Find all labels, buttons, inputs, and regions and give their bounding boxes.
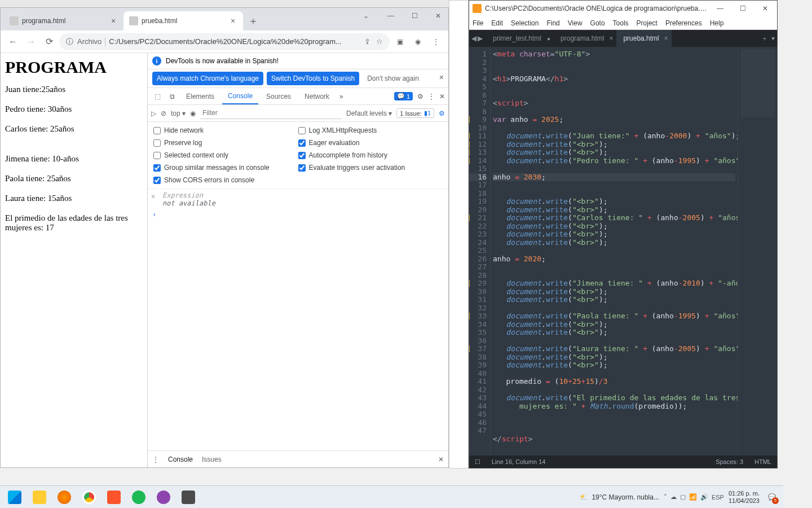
chk-preserve-log[interactable]: Preserve log — [153, 139, 298, 147]
close-icon[interactable]: ✕ — [439, 93, 445, 100]
brave-icon[interactable] — [103, 488, 125, 506]
menu-preferences[interactable]: Preferences — [665, 19, 702, 27]
close-icon[interactable]: × — [439, 73, 444, 82]
close-icon[interactable]: × — [664, 34, 668, 42]
console-prompt[interactable]: › — [152, 211, 444, 218]
minimize-button[interactable]: — — [383, 10, 399, 21]
forward-button[interactable]: → — [23, 34, 39, 50]
chrome-icon[interactable] — [78, 488, 100, 506]
dont-show-button[interactable]: Don't show again — [363, 72, 423, 85]
tab-sources[interactable]: Sources — [261, 88, 297, 104]
share-icon[interactable]: ⇪ — [363, 37, 372, 46]
status-lang[interactable]: HTML — [754, 458, 771, 465]
chk-log-xhr[interactable]: Log XMLHttpRequests — [298, 126, 443, 134]
tray-chevron-icon[interactable]: ˄ — [664, 493, 667, 501]
menu-project[interactable]: Project — [637, 19, 657, 27]
close-icon[interactable]: × — [109, 16, 118, 25]
status-spaces[interactable]: Spaces: 3 — [716, 458, 743, 465]
close-icon[interactable]: × — [151, 192, 155, 200]
close-icon[interactable]: × — [228, 16, 237, 25]
address-bar[interactable]: ⓘ Archivo C:/Users/PC2/Documents/Oracle%… — [59, 33, 390, 50]
levels-selector[interactable]: Default levels ▾ — [346, 110, 392, 117]
chk-cors-errors[interactable]: Show CORS errors in console — [153, 176, 298, 184]
chevron-down-icon[interactable]: ⌄ — [358, 10, 374, 21]
weather-widget[interactable]: ⛅ 19°C Mayorm. nubla... — [580, 493, 659, 501]
switch-lang-button[interactable]: Switch DevTools to Spanish — [267, 72, 359, 85]
inspect-icon[interactable]: ⬚ — [151, 93, 164, 100]
chk-eager-eval[interactable]: Eager evaluation — [298, 139, 443, 147]
chk-hide-network[interactable]: Hide network — [153, 126, 298, 134]
filter-input[interactable] — [200, 108, 342, 119]
back-button[interactable]: ← — [5, 34, 21, 50]
sublime-icon[interactable] — [177, 488, 200, 506]
eye-icon[interactable]: ◉ — [190, 110, 196, 117]
settings-icon[interactable]: ⚙ — [417, 93, 423, 100]
close-icon[interactable]: × — [609, 34, 613, 42]
drawer-tab-issues[interactable]: Issues — [202, 456, 222, 463]
profile-icon[interactable]: ◉ — [410, 34, 426, 50]
code-area[interactable]: <meta charset="UTF-8"> <h1>PROGRAMA</h1>… — [491, 47, 738, 456]
menu-find[interactable]: Find — [546, 19, 559, 27]
device-icon[interactable]: ⧉ — [166, 93, 178, 100]
add-tab-icon[interactable]: ＋ — [761, 34, 768, 43]
firefox-icon[interactable] — [53, 488, 76, 506]
reload-button[interactable]: ⟳ — [41, 34, 57, 50]
tab-programa[interactable]: programa.html × — [4, 11, 123, 30]
chk-eval-trigger[interactable]: Evaluate triggers user activation — [298, 164, 443, 172]
always-match-button[interactable]: Always match Chrome's language — [152, 72, 263, 85]
new-tab-button[interactable]: ＋ — [245, 13, 261, 29]
clock[interactable]: 01:26 p. m. 11/04/2023 — [729, 490, 760, 505]
star-icon[interactable]: ☆ — [375, 37, 384, 46]
close-button[interactable]: ✕ — [757, 5, 774, 12]
menu-edit[interactable]: Edit — [491, 19, 503, 27]
maximize-button[interactable]: ☐ — [734, 5, 751, 12]
tab-elements[interactable]: Elements — [180, 88, 220, 104]
lang-indicator[interactable]: ESP — [712, 494, 724, 501]
clear-icon[interactable]: ⊘ — [161, 110, 166, 117]
spotify-icon[interactable] — [127, 488, 150, 506]
status-square-icon[interactable]: ☐ — [475, 458, 480, 466]
close-icon[interactable]: ✕ — [438, 456, 444, 463]
minimize-button[interactable]: — — [712, 5, 729, 12]
tab-network[interactable]: Network — [299, 88, 335, 104]
volume-icon[interactable]: 🔊 — [700, 493, 708, 501]
onedrive-icon[interactable]: ☁ — [670, 493, 677, 501]
chk-autocomplete[interactable]: Autocomplete from history — [298, 151, 443, 159]
messages-badge[interactable]: 💬1 — [394, 92, 413, 100]
battery-icon[interactable]: ▢ — [680, 493, 686, 501]
menu-selection[interactable]: Selection — [511, 19, 539, 27]
nav-next-icon[interactable]: ▶ — [478, 34, 483, 42]
line-gutter[interactable]: 1234567891011121314151617181920212223242… — [469, 47, 491, 456]
tab-programa[interactable]: programa.html× — [554, 30, 616, 47]
menu-tools[interactable]: Tools — [613, 19, 629, 27]
maximize-button[interactable]: ☐ — [407, 10, 422, 21]
close-button[interactable]: ✕ — [430, 10, 446, 21]
nav-prev-icon[interactable]: ◀ — [471, 34, 476, 42]
menu-icon[interactable]: ⋮ — [428, 34, 444, 50]
kebab-icon[interactable]: ⋮ — [428, 93, 435, 100]
wifi-icon[interactable]: 📶 — [689, 493, 697, 501]
explorer-icon[interactable] — [28, 488, 51, 506]
more-tabs-icon[interactable]: » — [337, 93, 346, 100]
tab-prueba[interactable]: prueba.html× — [616, 30, 671, 47]
tab-prueba[interactable]: prueba.html × — [123, 11, 243, 30]
minimap[interactable] — [738, 47, 777, 456]
menu-view[interactable]: View — [568, 19, 582, 27]
tab-console[interactable]: Console — [222, 88, 258, 104]
chk-selected-context[interactable]: Selected context only — [153, 151, 298, 159]
app-icon[interactable] — [152, 488, 175, 506]
console-body[interactable]: × Expression not available › — [148, 189, 448, 450]
side-panel-icon[interactable]: ▣ — [392, 34, 408, 50]
play-icon[interactable]: ▷ — [151, 110, 156, 117]
settings-icon[interactable]: ⚙ — [439, 110, 445, 117]
notifications-button[interactable]: 💬5 — [764, 489, 780, 505]
menu-help[interactable]: Help — [710, 19, 724, 27]
start-button[interactable] — [3, 488, 26, 506]
context-selector[interactable]: top ▾ — [171, 110, 186, 117]
issues-badge[interactable]: 1 Issue: ▮1 — [396, 108, 434, 118]
kebab-icon[interactable]: ⋮ — [152, 456, 159, 463]
chk-group-msgs[interactable]: Group similar messages in console — [153, 164, 298, 172]
menu-file[interactable]: File — [473, 19, 483, 27]
menu-goto[interactable]: Goto — [590, 19, 605, 27]
tab-primer-test[interactable]: primer_test.html — [486, 30, 554, 47]
